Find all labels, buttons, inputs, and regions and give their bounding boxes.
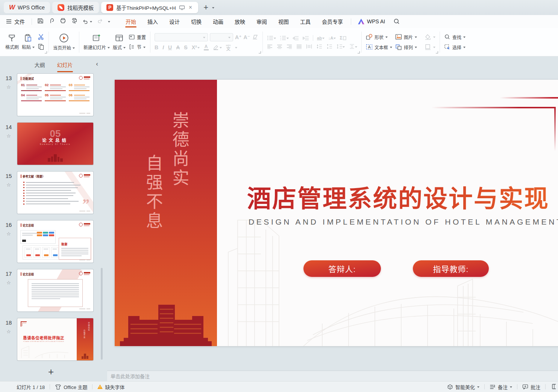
thumbnail-card[interactable]: 恳请各位老师批评指正 PLEASE GIVE ME AS MUCH CRITIC… [17,318,93,360]
animation-star-icon[interactable]: ☆ [6,329,11,334]
vertical-text-icon: ↓A [328,36,336,40]
theme-button[interactable]: Office 主题 [55,383,87,390]
play-chevron-icon[interactable] [73,47,75,49]
tab-design[interactable]: 设计 [169,15,180,28]
paragraph-dialog-launcher[interactable] [358,51,360,53]
current-slide[interactable]: 崇德尚实 自强不息 酒店管理系统的设计与实现 DESIGN AN [115,80,558,346]
close-tab-icon[interactable]: × [188,4,193,11]
search-button[interactable] [393,18,400,25]
divider [484,384,485,389]
collapse-panel-icon[interactable]: ‹ [96,60,98,68]
notes-bar[interactable]: 单击此处添加备注 [107,371,558,381]
cut-button[interactable] [38,34,44,40]
find-button[interactable]: 查找 [444,34,466,40]
tab-review[interactable]: 审阅 [256,15,267,28]
comment-label: 批注 [531,383,540,390]
motto-text-2[interactable]: 自强不息 [143,154,162,231]
reset-button[interactable]: 重置 [129,34,146,40]
picture-button[interactable]: 图片 [395,34,419,40]
add-slide-button[interactable]: + [48,367,54,377]
thumb-title: 论文总结 [21,223,34,227]
paste-button[interactable]: 粘贴 [22,34,35,50]
paste-chevron-icon[interactable] [32,47,35,48]
animation-star-icon[interactable]: ☆ [6,231,11,236]
divider [92,384,92,389]
tab-slideshow[interactable]: 放映 [235,15,245,28]
slide-thumbnail-18: 18☆ 恳请各位老师批评指正 PLEASE GIVE ME AS MUCH CR… [0,318,107,360]
tab-tools[interactable]: 工具 [300,15,311,28]
layout-label: 版式 [113,44,122,50]
respondent-pill[interactable]: 答辩人: [303,260,381,277]
new-tab-button[interactable]: + [203,3,208,12]
comment-button[interactable]: 批注 [522,383,540,390]
outline-tab[interactable]: 大纲 [34,59,46,70]
tab-transition[interactable]: 切换 [191,15,202,28]
smart-beautify-button[interactable]: 智能美化 [447,383,479,390]
quick-access-chevron-icon[interactable] [108,21,110,23]
section-chevron-icon[interactable] [143,47,146,48]
line-spacing-increase-icon [326,44,332,49]
clipboard-dialog-launcher[interactable] [45,51,47,53]
decrease-indent-icon [293,36,299,41]
ribbon-tabs: 开始 插入 设计 切换 动画 放映 审阅 视图 工具 会员专享 [120,15,349,28]
arrange-button[interactable]: 排列 [395,44,419,50]
copy-button[interactable] [38,43,44,50]
tab-docer-label: 找稻壳模板 [67,4,94,11]
animation-star-icon[interactable]: ☆ [6,280,11,285]
undo-button[interactable] [82,19,92,24]
animation-star-icon[interactable]: ☆ [6,85,11,90]
new-slide-chevron-icon[interactable] [108,47,110,49]
animation-star-icon[interactable]: ☆ [6,134,11,138]
slide-title[interactable]: 酒店管理系统的设计与实现 [247,179,549,214]
layout-chevron-icon[interactable] [123,47,126,49]
layout-button[interactable]: 版式 [113,33,126,50]
view-mode-icon[interactable] [552,384,556,390]
tab-view[interactable]: 视图 [278,15,289,28]
textbox-button[interactable]: A 文本框 [366,44,395,50]
section-button[interactable]: 节 [129,44,146,50]
tab-home[interactable]: 开始 [126,15,136,28]
undo-chevron-icon[interactable] [90,21,92,23]
animation-star-icon[interactable]: ☆ [6,182,11,187]
present-screen-icon[interactable] [179,5,185,11]
tab-wps-home[interactable]: W WPS Office [4,2,50,13]
save-icon[interactable] [37,18,44,25]
find-label: 查找 [452,34,461,40]
tab-animation[interactable]: 动画 [213,15,223,28]
divider [517,384,517,389]
print-icon[interactable] [60,18,66,25]
missing-font-button[interactable]: 缺失字体 [97,383,124,390]
thumbnail-card[interactable]: 05 论文总结 Summary Of Thesis [17,123,93,165]
file-menu-button[interactable]: 文件 [0,18,29,25]
thumbnail-card[interactable]: 参考文献（简要） ” [17,172,93,214]
insert-dialog-launcher[interactable] [436,51,438,53]
play-from-current-button[interactable]: 当页开始 [53,33,75,51]
wps-ai-button[interactable]: WPS AI [358,18,385,24]
tab-member[interactable]: 会员专享 [322,15,343,28]
red-side-band[interactable]: 崇德尚实 自强不息 [115,80,217,346]
print-preview-icon[interactable] [71,18,77,25]
font-dialog-launcher[interactable] [259,51,261,53]
motto-text-1[interactable]: 崇德尚实 [170,111,188,188]
slide-subtitle[interactable]: DESIGN AND IMPLEMENTATION OF HOTEL MANAG… [249,217,558,226]
tab-list-chevron-icon[interactable] [212,7,214,9]
smart-beautify-label: 智能美化 [455,383,475,390]
sidebar-scrollbar[interactable] [101,268,103,360]
notes-toggle-button[interactable]: 备注 [490,383,512,390]
thumbnail-card[interactable]: 论文总结 致谢 [17,220,93,263]
slides-tab[interactable]: 幻灯片 [56,59,74,70]
slide-panel: 大纲 幻灯片 ‹ 13☆ 功能测试 01 02 03 04 05 [0,56,107,381]
shapes-button[interactable]: 形状 [366,34,390,40]
format-painter-button[interactable]: 格式刷 [5,34,19,50]
new-slide-button[interactable]: 新建幻灯片 [83,33,110,50]
thumbnail-card[interactable]: 功能测试 01 02 03 04 05 06 [17,74,93,116]
search-icon [393,18,400,25]
tab-insert[interactable]: 插入 [147,15,158,28]
advisor-pill[interactable]: 指导教师: [413,260,489,277]
tab-docer-templates[interactable]: 找稻壳模板 [52,2,99,13]
select-button[interactable]: 选择 [444,44,466,50]
slide-counter: 幻灯片 1 / 18 [17,383,45,390]
thumbnail-card[interactable]: 论文总结 [17,269,93,311]
tab-document[interactable]: P 基于ThinkPHP+MySQL+HTM × [101,2,198,13]
export-pdf-icon[interactable] [49,18,55,25]
